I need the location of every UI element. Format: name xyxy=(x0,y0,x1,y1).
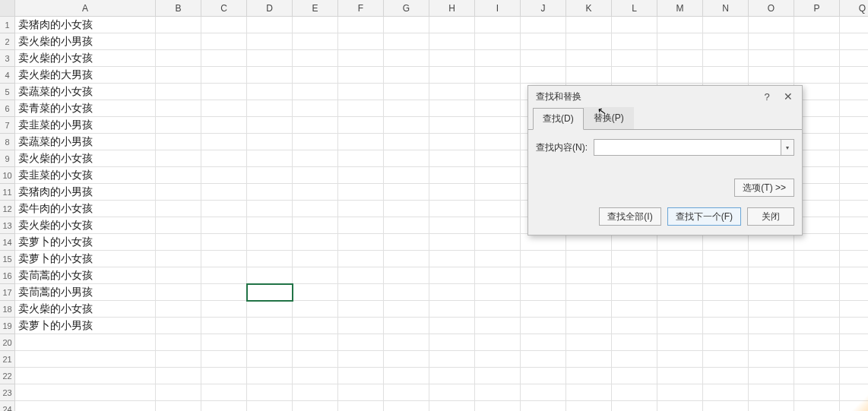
cell[interactable] xyxy=(612,318,657,334)
cell[interactable] xyxy=(794,50,840,67)
row-header[interactable]: 7 xyxy=(0,117,15,134)
cell[interactable] xyxy=(201,84,247,100)
row-header[interactable]: 23 xyxy=(0,384,15,401)
cell[interactable]: 卖萝卜的小女孩 xyxy=(15,234,156,251)
cell[interactable] xyxy=(338,368,384,384)
cell[interactable] xyxy=(429,251,475,267)
cell[interactable]: 卖火柴的小女孩 xyxy=(15,50,156,67)
cell[interactable] xyxy=(156,267,201,284)
cell[interactable] xyxy=(293,167,338,184)
row-header[interactable]: 3 xyxy=(0,50,15,67)
close-button[interactable]: 关闭 xyxy=(747,207,794,226)
cell[interactable] xyxy=(338,17,384,33)
cell[interactable] xyxy=(201,401,247,411)
cell[interactable] xyxy=(247,234,293,251)
cell[interactable] xyxy=(201,251,247,267)
cell[interactable] xyxy=(201,117,247,134)
cell[interactable] xyxy=(156,67,201,84)
tab-replace[interactable]: 替换(P) xyxy=(584,107,634,129)
cell[interactable] xyxy=(15,368,156,384)
cell[interactable] xyxy=(338,334,384,351)
cell[interactable] xyxy=(612,301,657,318)
cell[interactable] xyxy=(840,251,868,267)
cell[interactable] xyxy=(293,251,338,267)
cell[interactable] xyxy=(247,301,293,318)
row-header[interactable]: 11 xyxy=(0,184,15,201)
cell[interactable] xyxy=(429,50,475,67)
cell[interactable] xyxy=(429,284,475,301)
cell[interactable] xyxy=(384,384,429,401)
cell[interactable] xyxy=(521,401,566,411)
cell[interactable] xyxy=(703,17,749,33)
cell[interactable] xyxy=(749,267,794,284)
cell[interactable] xyxy=(156,334,201,351)
row-header[interactable]: 12 xyxy=(0,201,15,217)
cell[interactable] xyxy=(749,401,794,411)
cell[interactable] xyxy=(338,401,384,411)
cell[interactable] xyxy=(15,384,156,401)
row-header[interactable]: 5 xyxy=(0,84,15,100)
column-header[interactable]: Q xyxy=(840,0,868,17)
cell[interactable] xyxy=(293,201,338,217)
cell[interactable] xyxy=(293,100,338,117)
cell[interactable] xyxy=(15,334,156,351)
cell[interactable] xyxy=(840,50,868,67)
cell[interactable] xyxy=(612,368,657,384)
cell[interactable] xyxy=(612,284,657,301)
cell[interactable] xyxy=(475,351,521,368)
row-header[interactable]: 8 xyxy=(0,134,15,150)
cell[interactable] xyxy=(247,50,293,67)
cell[interactable] xyxy=(429,318,475,334)
cell[interactable] xyxy=(749,301,794,318)
column-header[interactable]: M xyxy=(657,0,703,17)
cell[interactable] xyxy=(475,384,521,401)
row-header[interactable]: 6 xyxy=(0,100,15,117)
column-header[interactable]: G xyxy=(384,0,429,17)
cell[interactable] xyxy=(338,184,384,201)
cell[interactable]: 卖蔬菜的小男孩 xyxy=(15,134,156,150)
cell[interactable] xyxy=(794,334,840,351)
cell[interactable] xyxy=(293,184,338,201)
cell[interactable] xyxy=(201,384,247,401)
close-icon[interactable]: ✕ xyxy=(778,88,799,105)
cell[interactable] xyxy=(384,201,429,217)
cell[interactable] xyxy=(201,17,247,33)
cell[interactable] xyxy=(293,117,338,134)
cell[interactable] xyxy=(293,33,338,50)
cell[interactable]: 卖牛肉的小女孩 xyxy=(15,201,156,217)
cell[interactable] xyxy=(384,351,429,368)
cell[interactable] xyxy=(293,301,338,318)
cell[interactable] xyxy=(247,100,293,117)
cell[interactable] xyxy=(794,351,840,368)
cell[interactable] xyxy=(840,184,868,201)
cell[interactable] xyxy=(749,234,794,251)
cell[interactable] xyxy=(840,134,868,150)
cell[interactable] xyxy=(15,351,156,368)
cell[interactable] xyxy=(293,150,338,167)
cell[interactable] xyxy=(429,84,475,100)
cell[interactable] xyxy=(703,234,749,251)
cell[interactable] xyxy=(566,351,612,368)
cell[interactable] xyxy=(429,384,475,401)
cell[interactable] xyxy=(657,33,703,50)
cell[interactable] xyxy=(703,33,749,50)
cell[interactable] xyxy=(749,284,794,301)
cell[interactable] xyxy=(384,117,429,134)
cell[interactable] xyxy=(840,234,868,251)
column-header[interactable]: K xyxy=(566,0,612,17)
column-header[interactable]: B xyxy=(156,0,201,17)
column-header[interactable]: C xyxy=(201,0,247,17)
cell[interactable] xyxy=(521,251,566,267)
cell[interactable] xyxy=(521,301,566,318)
cell[interactable] xyxy=(566,401,612,411)
column-header[interactable]: N xyxy=(703,0,749,17)
cell[interactable] xyxy=(840,17,868,33)
cell[interactable] xyxy=(293,234,338,251)
cell[interactable] xyxy=(794,401,840,411)
cell[interactable] xyxy=(338,351,384,368)
cell[interactable] xyxy=(338,301,384,318)
column-header[interactable]: J xyxy=(521,0,566,17)
cell[interactable] xyxy=(749,318,794,334)
cell[interactable]: 卖火柴的大男孩 xyxy=(15,67,156,84)
cell[interactable] xyxy=(657,67,703,84)
